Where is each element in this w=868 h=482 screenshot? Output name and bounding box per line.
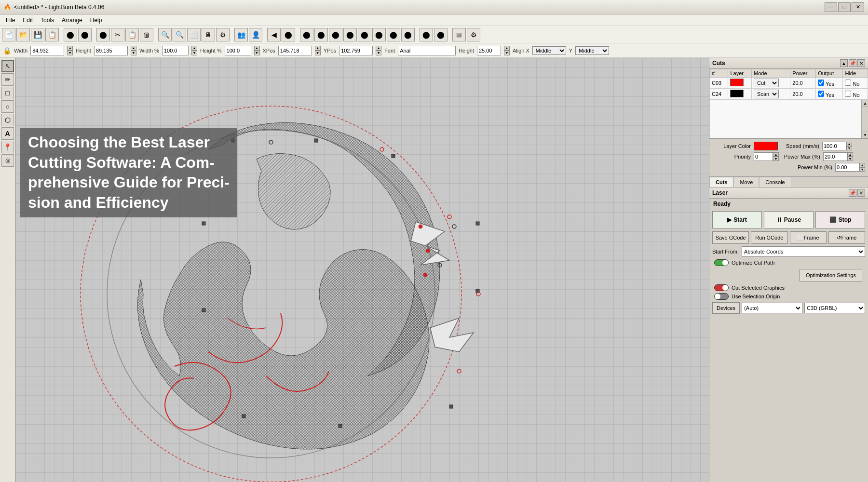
group-button[interactable]: ⬤: [420, 28, 433, 41]
power-min-spin-down[interactable]: ▼: [859, 167, 865, 172]
ypos-spin-up[interactable]: ▲: [376, 46, 381, 51]
width-pct-input[interactable]: [162, 46, 189, 55]
align-right-button[interactable]: ⬤: [329, 28, 342, 41]
tab-console[interactable]: Console: [759, 177, 791, 187]
polygon-tool-button[interactable]: ⬡: [1, 114, 14, 126]
donut-tool-button[interactable]: ◎: [1, 154, 14, 167]
xpos-input[interactable]: [278, 46, 312, 55]
optimize-cut-toggle[interactable]: [714, 259, 729, 266]
pause-button[interactable]: ⏸ Pause: [764, 211, 814, 228]
menu-tools[interactable]: Tools: [37, 16, 58, 25]
optimization-settings-button[interactable]: Optimization Settings: [800, 269, 862, 281]
save-gcode-button[interactable]: Save GCode: [712, 231, 749, 244]
font-height-spin-down[interactable]: ▼: [504, 51, 510, 55]
edit-nodes-button[interactable]: ✏: [1, 73, 14, 86]
align-y-select[interactable]: Middle: [575, 46, 609, 55]
power-max-spin-up[interactable]: ▲: [847, 152, 853, 157]
height-pct-input[interactable]: [225, 46, 251, 55]
width-input[interactable]: [30, 46, 64, 55]
zoom-in-button[interactable]: 🔍: [158, 28, 172, 41]
width-spin-up[interactable]: ▲: [67, 46, 73, 51]
c24-mode-select[interactable]: Cut Scan: [754, 90, 779, 98]
cuts-scroll-down-arrow[interactable]: ▼: [862, 132, 868, 138]
sel-handle-br[interactable]: [449, 405, 453, 408]
speed-spin-up[interactable]: ▲: [846, 142, 852, 146]
select-tool-button[interactable]: ↖: [1, 60, 14, 72]
stop-button[interactable]: ⬛ Stop: [815, 211, 865, 228]
use-selection-toggle[interactable]: [714, 293, 729, 300]
delete-button[interactable]: 🗑: [140, 28, 153, 41]
import-button[interactable]: ⬤: [64, 28, 77, 41]
xpos-spin-down[interactable]: ▼: [315, 51, 321, 55]
menu-help[interactable]: Help: [86, 16, 106, 25]
sel-handle-mr[interactable]: [476, 222, 479, 225]
settings2-button[interactable]: ⚙: [467, 28, 480, 41]
height-spin-down[interactable]: ▼: [131, 51, 136, 55]
ellipse-tool-button[interactable]: ○: [1, 100, 14, 113]
grid-button[interactable]: ⊞: [452, 28, 466, 41]
c03-mode-select[interactable]: Cut Scan: [754, 79, 779, 87]
users-button[interactable]: 👥: [234, 28, 248, 41]
cut-selected-toggle[interactable]: [714, 284, 729, 291]
save-button[interactable]: 💾: [31, 28, 44, 41]
power-min-spin-up[interactable]: ▲: [859, 163, 865, 167]
send-button[interactable]: ◀: [267, 28, 281, 41]
distribute-h-button[interactable]: ⬤: [387, 28, 400, 41]
width-pct-spin-up[interactable]: ▲: [191, 46, 197, 51]
pointer-tool-button[interactable]: 📍: [1, 141, 14, 153]
sel-handle-bl[interactable]: [242, 415, 245, 418]
export-button[interactable]: ⬤: [78, 28, 92, 41]
c24-color-swatch[interactable]: [730, 90, 744, 97]
align-bottom-button[interactable]: ⬤: [372, 28, 386, 41]
layer-color-swatch[interactable]: [754, 142, 778, 150]
user-button[interactable]: 👤: [249, 28, 262, 41]
align-x-select[interactable]: Middle: [532, 46, 566, 55]
c03-hide-checkbox[interactable]: [845, 80, 851, 86]
maximize-button[interactable]: □: [838, 2, 851, 12]
canvas-area[interactable]: Choosing the Best Laser Cutting Software…: [15, 58, 709, 482]
minimize-button[interactable]: —: [825, 2, 837, 12]
menu-edit[interactable]: Edit: [19, 16, 37, 25]
laser-close[interactable]: ✕: [857, 189, 865, 197]
sel-handle-tc[interactable]: [314, 139, 318, 142]
tab-move[interactable]: Move: [733, 177, 759, 187]
cut-button[interactable]: ✂: [111, 28, 124, 41]
c24-hide-checkbox[interactable]: [845, 91, 851, 97]
xpos-spin-up[interactable]: ▲: [315, 46, 321, 51]
height-input[interactable]: [94, 46, 128, 55]
align-top-button[interactable]: ⬤: [343, 28, 357, 41]
font-input[interactable]: [398, 46, 456, 55]
ypos-spin-down[interactable]: ▼: [376, 51, 381, 55]
laser-pin[interactable]: 📌: [849, 189, 856, 197]
mirror-button[interactable]: ⬤: [282, 28, 295, 41]
c24-output-checkbox[interactable]: [818, 91, 824, 97]
start-button[interactable]: ▶ Start: [712, 211, 762, 228]
zoom-out-button[interactable]: 🔍: [173, 28, 186, 41]
ungroup-button[interactable]: ⬤: [434, 28, 448, 41]
tab-cuts[interactable]: Cuts: [709, 177, 733, 187]
cuts-scroll-up-arrow[interactable]: ▲: [862, 100, 868, 107]
machine-select[interactable]: C3D (GRBL): [804, 303, 865, 313]
priority-input[interactable]: [754, 152, 773, 161]
c03-output-checkbox[interactable]: [818, 80, 824, 86]
rectangle-tool-button[interactable]: □: [1, 87, 14, 99]
c03-color-swatch[interactable]: [730, 79, 744, 86]
select-rect-button[interactable]: ⬜: [187, 28, 201, 41]
cuts-pin[interactable]: 📌: [849, 59, 856, 67]
saveas-button[interactable]: 📋: [45, 28, 59, 41]
start-from-select[interactable]: Absolute Coords Current Position User Or…: [742, 246, 865, 257]
power-max-spin-down[interactable]: ▼: [847, 157, 853, 161]
font-height-spin-up[interactable]: ▲: [504, 46, 510, 51]
height-pct-spin-up[interactable]: ▲: [254, 46, 260, 51]
priority-spin-down[interactable]: ▼: [773, 157, 779, 161]
open-button[interactable]: 📂: [16, 28, 30, 41]
close-button[interactable]: ✕: [852, 2, 864, 12]
device-auto-select[interactable]: (Auto): [742, 303, 802, 313]
width-spin-down[interactable]: ▼: [67, 51, 73, 55]
priority-spin-up[interactable]: ▲: [773, 152, 779, 157]
settings-button[interactable]: ⚙: [216, 28, 230, 41]
menu-arrange[interactable]: Arrange: [58, 16, 86, 25]
ypos-input[interactable]: [339, 46, 373, 55]
align-center-h-button[interactable]: ⬤: [314, 28, 328, 41]
frame-button2[interactable]: ↺ Frame: [828, 231, 865, 244]
